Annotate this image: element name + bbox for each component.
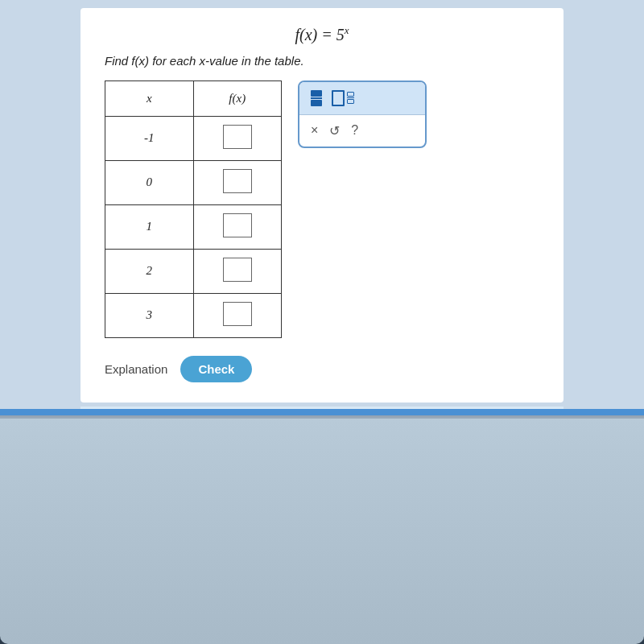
sf-bot — [347, 99, 354, 104]
screen-content: f(x) = 5x Find f(x) for each x-value in … — [80, 8, 564, 402]
col-fx-header: f(x) — [193, 80, 282, 116]
clear-button[interactable]: × — [311, 123, 318, 138]
fx-input-4[interactable] — [223, 258, 252, 282]
formula-exponent: x — [345, 24, 349, 36]
fx-value-2[interactable] — [193, 160, 282, 204]
frac-top — [311, 90, 322, 97]
fx-input-2[interactable] — [223, 169, 252, 193]
help-button[interactable]: ? — [351, 123, 358, 138]
mixed-small-frac — [347, 92, 354, 105]
x-value-3: 1 — [105, 204, 194, 249]
bottom-bar — [0, 409, 644, 415]
fx-value-4[interactable] — [193, 249, 282, 293]
main-area: x f(x) -1 0 1 — [105, 80, 539, 338]
fx-input-5[interactable] — [223, 302, 252, 326]
x-value-4: 2 — [105, 249, 194, 293]
answer-panel-top — [299, 82, 425, 115]
answer-panel: × ↺ ? — [298, 80, 427, 148]
instruction-text: Find f(x) for each x-value in the table. — [105, 54, 539, 68]
x-value-2: 0 — [105, 160, 194, 204]
table-row: 1 — [105, 204, 282, 249]
col-x-header: x — [105, 80, 194, 116]
x-value-1: -1 — [105, 116, 194, 160]
mixed-big-square — [332, 90, 345, 106]
math-table: x f(x) -1 0 1 — [105, 80, 282, 338]
fx-input-1[interactable] — [223, 125, 252, 149]
bottom-buttons: Explanation Check — [105, 356, 539, 382]
table-row: 3 — [105, 293, 282, 337]
check-button[interactable]: Check — [180, 356, 252, 382]
frac-bottom — [311, 100, 322, 106]
fx-value-1[interactable] — [193, 116, 282, 160]
table-row: -1 — [105, 116, 282, 160]
mixed-number-icon[interactable] — [332, 90, 354, 106]
fx-value-5[interactable] — [193, 293, 282, 337]
sf-top — [347, 92, 354, 97]
frac-line — [311, 97, 322, 99]
fraction-icon[interactable] — [311, 90, 322, 106]
x-value-5: 3 — [105, 293, 194, 337]
fx-value-3[interactable] — [193, 204, 282, 249]
explanation-button[interactable]: Explanation — [105, 362, 167, 376]
table-row: 0 — [105, 160, 282, 204]
table-row: 2 — [105, 249, 282, 293]
fx-input-3[interactable] — [223, 213, 252, 237]
answer-panel-bottom: × ↺ ? — [299, 115, 425, 147]
sf-line — [347, 97, 354, 99]
formula-display: f(x) = 5x — [105, 24, 539, 44]
undo-button[interactable]: ↺ — [329, 123, 340, 138]
formula-text: f(x) = 5x — [295, 26, 349, 43]
laptop-keyboard: Esc F1 F2 F3 F4 F5 F6 F7 F8 F9 F10 F11 F… — [0, 419, 644, 644]
